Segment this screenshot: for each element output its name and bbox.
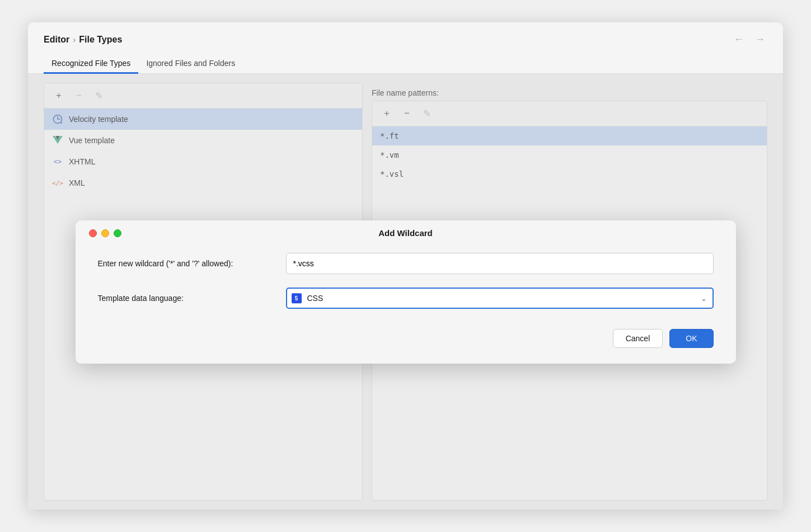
dialog-footer: Cancel OK [76,322,736,348]
breadcrumb: Editor › File Types [44,35,122,45]
close-traffic-light[interactable] [89,229,97,237]
header: Editor › File Types ← → [28,22,783,53]
settings-window: Editor › File Types ← → Recognized File … [28,22,783,510]
wildcard-input[interactable] [286,253,714,274]
dialog-titlebar: Add Wildcard [76,220,736,244]
dialog-title: Add Wildcard [378,228,433,238]
language-select-wrapper: 5 CSS HTML JavaScript JSON XML None ⌄ [286,288,714,309]
nav-forward-button[interactable]: → [753,32,767,46]
wildcard-label: Enter new wildcard ('*' and '?' allowed)… [98,259,277,268]
maximize-traffic-light[interactable] [114,229,121,237]
dialog-body: Enter new wildcard ('*' and '?' allowed)… [76,244,736,309]
dialog-overlay: Add Wildcard Enter new wildcard ('*' and… [28,74,783,510]
cancel-button[interactable]: Cancel [613,329,663,348]
minimize-traffic-light[interactable] [101,229,109,237]
language-label: Template data language: [98,294,277,303]
breadcrumb-editor: Editor [44,35,69,45]
wildcard-row: Enter new wildcard ('*' and '?' allowed)… [98,253,714,274]
nav-back-button[interactable]: ← [732,32,746,46]
language-row: Template data language: 5 CSS HTML JavaS… [98,288,714,309]
add-wildcard-dialog: Add Wildcard Enter new wildcard ('*' and… [76,220,736,364]
language-select[interactable]: CSS HTML JavaScript JSON XML None [286,288,714,309]
tab-ignored-files-folders[interactable]: Ignored Files and Folders [138,53,243,74]
ok-button[interactable]: OK [669,329,713,348]
breadcrumb-separator: › [73,35,76,44]
nav-arrows: ← → [732,32,767,46]
main-content: + − ✎ Velocity template [28,74,783,510]
tabs-bar: Recognized File Types Ignored Files and … [28,53,783,74]
breadcrumb-filetypes: File Types [79,35,122,45]
traffic-lights [89,229,121,237]
tab-recognized-file-types[interactable]: Recognized File Types [44,53,138,74]
